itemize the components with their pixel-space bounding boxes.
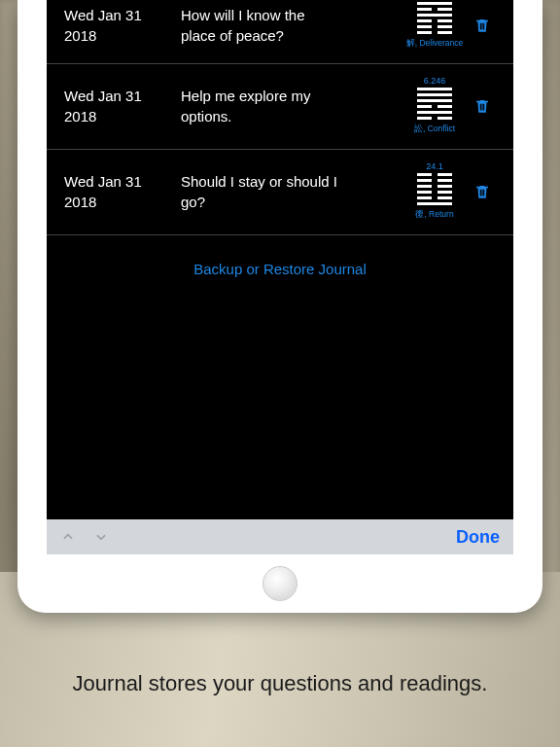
delete-icon[interactable] <box>473 96 491 116</box>
hexagram-block: 24.1復, Return <box>404 161 465 221</box>
entry-date: Wed Jan 312018 <box>64 171 181 212</box>
hexagram-name: 復, Return <box>415 209 453 221</box>
journal-list: Wed Jan 312018How will I know theplace o… <box>47 0 513 519</box>
hexagram-name: 訟, Conflict <box>414 124 455 135</box>
hexagram-name: 解, Deliverance <box>406 38 464 50</box>
app-screen: Wed Jan 312018How will I know theplace o… <box>47 0 513 554</box>
entry-date: Wed Jan 312018 <box>64 5 181 46</box>
kb-nav-arrows <box>60 530 109 544</box>
kb-down-icon[interactable] <box>93 530 109 544</box>
svg-rect-0 <box>480 22 481 29</box>
hexagram-icon <box>417 2 452 34</box>
svg-rect-4 <box>481 103 482 110</box>
journal-entry[interactable]: Wed Jan 312018Help me explore myoptions.… <box>47 64 513 150</box>
entry-question: Should I stay or should Igo? <box>181 171 404 212</box>
delete-icon[interactable] <box>473 16 491 35</box>
hexagram-number: 6.246 <box>424 76 446 86</box>
entry-question: Help me explore myoptions. <box>181 86 404 126</box>
svg-rect-3 <box>480 103 481 110</box>
marketing-caption: Journal stores your questions and readin… <box>0 669 560 698</box>
svg-rect-7 <box>481 189 482 196</box>
kb-up-icon[interactable] <box>60 530 76 544</box>
journal-entry[interactable]: Wed Jan 312018Should I stay or should Ig… <box>47 150 513 235</box>
svg-rect-6 <box>480 189 481 196</box>
done-button[interactable]: Done <box>456 527 500 548</box>
svg-rect-5 <box>483 103 484 110</box>
svg-rect-1 <box>481 22 482 29</box>
svg-rect-2 <box>483 22 484 29</box>
hexagram-icon <box>417 173 452 205</box>
hexagram-block: 解, Deliverance <box>404 0 465 50</box>
keyboard-accessory-bar: Done <box>47 519 513 554</box>
home-button[interactable] <box>262 566 298 601</box>
hexagram-number: 24.1 <box>426 161 443 171</box>
entry-question: How will I know theplace of peace? <box>181 5 404 46</box>
svg-rect-8 <box>483 189 484 196</box>
entry-date: Wed Jan 312018 <box>64 86 181 126</box>
hexagram-block: 6.246訟, Conflict <box>404 76 465 135</box>
ipad-frame: Wed Jan 312018How will I know theplace o… <box>18 0 542 613</box>
backup-restore-button[interactable]: Backup or Restore Journal <box>193 261 367 277</box>
hexagram-icon <box>417 88 452 120</box>
delete-icon[interactable] <box>473 182 491 201</box>
journal-entry[interactable]: Wed Jan 312018How will I know theplace o… <box>47 0 513 64</box>
